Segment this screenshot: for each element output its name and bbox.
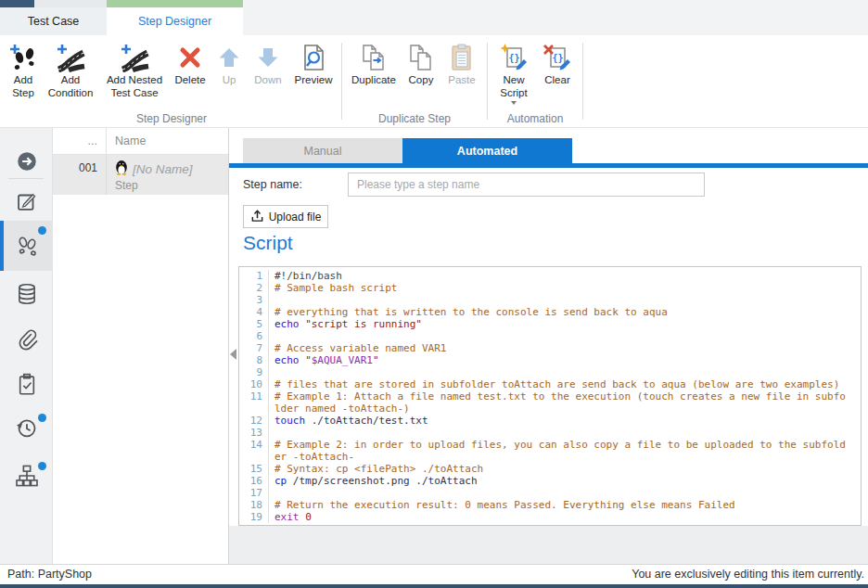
steps-icon [15, 233, 39, 260]
sidebar-item-nav-arrow[interactable] [0, 142, 53, 183]
status-path: Path: PartyShop [7, 565, 92, 584]
clear-button[interactable]: {}Clear [536, 37, 579, 87]
notification-dot [38, 226, 46, 235]
panel-background [229, 526, 868, 564]
ribbon-button-label: Clear [544, 74, 569, 87]
line-number: 7 [239, 342, 269, 354]
add-step-icon [8, 40, 38, 74]
top-accent-navy [0, 0, 34, 7]
delete-button[interactable]: Delete [169, 37, 211, 87]
svg-text:{}: {} [508, 53, 519, 63]
step-display-name: [No Name] [133, 162, 193, 176]
upload-file-label: Upload file [269, 211, 322, 224]
sidebar-item-database[interactable] [0, 275, 53, 315]
sidebar-item-paperclip[interactable] [0, 319, 53, 360]
code-line: 3 [239, 294, 861, 306]
tab-automated[interactable]: Automated [402, 138, 572, 163]
down-button[interactable]: Down [247, 37, 289, 87]
code-line: 5echo "script is running" [239, 318, 861, 330]
duplicate-button[interactable]: Duplicate [346, 37, 402, 87]
up-button[interactable]: Up [211, 37, 247, 87]
ribbon-group-label: Duplicate Step [344, 112, 485, 125]
upload-file-button[interactable]: Upload file [243, 205, 328, 228]
code-text: # Syntax: cp <filePath> ./toAttach [269, 463, 849, 475]
add-step-button[interactable]: Add Step [6, 37, 41, 99]
notification-dot [38, 414, 46, 422]
code-editor[interactable]: 1#!/bin/bash2# Sample bash script34# eve… [238, 266, 862, 526]
ribbon-group-automation: {}New Script{}ClearAutomation [490, 37, 581, 127]
preview-button[interactable]: Preview [289, 37, 338, 87]
add-nested-test-case-button[interactable]: Add Nested Test Case [100, 37, 169, 99]
step-name-cell: [No Name]Step [107, 155, 228, 195]
ribbon-group-label: Automation [490, 112, 581, 125]
code-line: 4# everything that is written to the con… [239, 306, 861, 318]
step-type-label: Step [115, 179, 228, 192]
line-number: 5 [239, 318, 269, 330]
code-line: 14# Example 2: in order to upload files,… [239, 439, 861, 463]
code-text [269, 487, 849, 499]
window-tab-test-case[interactable]: Test Case [0, 7, 107, 35]
status-bar: Path: PartyShop You are exclusively edit… [0, 564, 868, 584]
top-accent-green [107, 0, 243, 7]
ribbon-button-label: Duplicate [351, 74, 396, 87]
step-name-input[interactable] [348, 173, 705, 197]
code-text: # Sample bash script [269, 282, 849, 294]
copy-icon [406, 40, 436, 74]
ribbon-button-label: Add Nested Test Case [100, 74, 169, 99]
database-icon [15, 282, 39, 309]
column-header-index[interactable]: ... [53, 128, 107, 154]
code-text [269, 330, 849, 342]
code-line: 12touch ./toAttach/test.txt [239, 415, 861, 427]
paste-button[interactable]: Paste [440, 37, 483, 87]
code-line: 8echo "$AQUA_VAR1" [239, 354, 861, 366]
sidebar-item-steps[interactable] [0, 221, 53, 271]
step-number: 001 [53, 155, 107, 195]
line-number: 17 [239, 487, 269, 499]
sidebar-item-hierarchy[interactable] [0, 456, 53, 497]
ribbon-button-label: Down [254, 74, 281, 87]
notification-dot [38, 462, 46, 470]
code-text: touch ./toAttach/test.txt [269, 415, 849, 427]
ribbon-button-label: Up [223, 74, 236, 87]
code-text: echo "$AQUA_VAR1" [269, 354, 849, 366]
copy-button[interactable]: Copy [402, 37, 440, 87]
line-number: 11 [239, 390, 269, 415]
add-condition-button[interactable]: Add Condition [41, 37, 100, 99]
sidebar-item-history[interactable] [0, 408, 53, 449]
sidebar-item-checklist[interactable] [0, 365, 53, 406]
ribbon-group-step-designer: Add StepAdd ConditionAdd Nested Test Cas… [4, 37, 339, 127]
ribbon-button-label: Copy [409, 74, 434, 87]
code-text: # Return the execution result: 0 means P… [269, 499, 849, 511]
sidebar-item-edit[interactable] [0, 182, 53, 223]
step-list-row[interactable]: 001[No Name]Step [53, 155, 228, 195]
code-line: 15# Syntax: cp <filePath> ./toAttach [239, 463, 861, 475]
line-number: 13 [239, 427, 269, 439]
code-text: # Example 1: Attach a file named test.tx… [269, 390, 849, 415]
line-number: 16 [239, 475, 269, 487]
script-heading: Script [243, 232, 293, 254]
down-icon [253, 40, 283, 74]
preview-icon [299, 40, 328, 74]
tab-manual[interactable]: Manual [243, 138, 402, 163]
code-text: cp /tmp/screenshot.png ./toAttach [269, 475, 849, 487]
code-line: 1#!/bin/bash [239, 270, 861, 282]
new-script-button[interactable]: {}New Script [491, 37, 536, 105]
linux-penguin-icon [115, 160, 128, 178]
code-line: 18# Return the execution result: 0 means… [239, 499, 861, 511]
step-list: ... Name 001[No Name]Step [53, 128, 229, 564]
line-number: 10 [239, 378, 269, 390]
ribbon-button-label: Delete [174, 74, 205, 87]
paperclip-icon [15, 326, 39, 353]
main-panel: Manual Automated Step name: Upload file … [229, 128, 868, 564]
step-name-label: Step name: [243, 178, 302, 191]
ribbon-button-label: Paste [448, 74, 475, 87]
add-condition-icon [56, 40, 85, 74]
window-tab-step-designer[interactable]: Step Designer [107, 7, 243, 35]
ribbon-group-duplicate-step: DuplicateCopyPasteDuplicate Step [344, 37, 485, 127]
code-text: #!/bin/bash [269, 270, 849, 282]
code-line: 17 [239, 487, 861, 499]
code-text: # files that are stored in subfolder toA… [269, 378, 849, 390]
line-number: 6 [239, 330, 269, 342]
collapse-splitter-handle[interactable] [230, 349, 236, 360]
column-header-name[interactable]: Name [107, 134, 228, 147]
